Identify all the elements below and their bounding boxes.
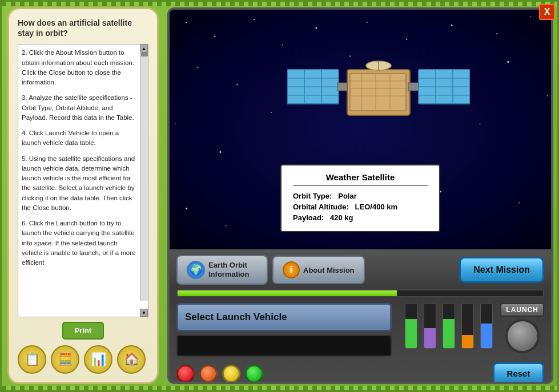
- green-button[interactable]: [245, 365, 263, 383]
- left-panel: How does an artificial satellite stay in…: [7, 7, 159, 384]
- svg-point-1: [214, 35, 216, 37]
- slider-fill-5: [481, 324, 492, 348]
- payload-row: Payload: 420 kg: [293, 213, 428, 222]
- payload-value: 420 kg: [330, 213, 353, 222]
- instruction-6: 6. Click the Launch button to try to lau…: [22, 219, 136, 268]
- svg-point-8: [496, 33, 497, 34]
- scrollbar-track: [140, 45, 148, 301]
- close-icon: X: [544, 7, 550, 17]
- launch-label: LAUNCH: [500, 303, 544, 317]
- scroll-up-button[interactable]: ▲: [140, 45, 148, 52]
- slider-columns: [403, 303, 494, 349]
- svg-point-3: [282, 45, 283, 46]
- yellow-button[interactable]: [222, 365, 240, 383]
- instructions-text: 2. Click the About Mission button to obt…: [22, 48, 144, 268]
- slider-col-1: [403, 303, 419, 349]
- orbital-altitude-value: LEO/400 km: [355, 203, 397, 211]
- slider-track-5: [480, 303, 493, 349]
- slider-fill-1: [405, 319, 417, 348]
- slider-col-4: [460, 303, 476, 349]
- orbit-type-label: Orbit Type:: [293, 192, 332, 200]
- slider-fill-3: [443, 319, 455, 348]
- orbital-altitude-label: Orbital Altitude:: [293, 203, 349, 211]
- launch-area: Select Launch Vehicle: [170, 301, 551, 359]
- svg-point-5: [367, 22, 368, 23]
- slider-track-2: [424, 303, 436, 349]
- svg-point-21: [186, 208, 187, 209]
- svg-point-9: [530, 16, 531, 17]
- svg-point-15: [547, 95, 548, 96]
- slider-fill-2: [424, 328, 436, 348]
- earth-orbit-button[interactable]: 🌍 Earth Orbit Information: [176, 255, 268, 285]
- svg-point-10: [197, 67, 198, 68]
- print-button[interactable]: Print: [62, 322, 104, 340]
- outer-frame: X How does an artificial satellite stay …: [0, 0, 559, 392]
- orange-button[interactable]: [199, 365, 218, 383]
- instruction-3: 3. Analyze the satellite specifications …: [22, 93, 136, 123]
- svg-point-20: [480, 123, 481, 124]
- reset-button[interactable]: Reset: [493, 362, 544, 384]
- launch-vehicle-section: Select Launch Vehicle: [176, 303, 392, 357]
- close-button[interactable]: X: [539, 4, 555, 20]
- svg-point-14: [507, 61, 509, 63]
- instruction-4: 4. Click Launch Vehicle to open a launch…: [22, 128, 136, 148]
- svg-point-25: [519, 202, 520, 203]
- earth-orbit-label: Earth Orbit Information: [208, 261, 250, 278]
- orbit-type-value: Polar: [338, 192, 357, 200]
- svg-point-4: [315, 27, 317, 29]
- launch-dial[interactable]: [505, 319, 540, 353]
- panel-title: How does an artificial satellite stay in…: [18, 18, 148, 38]
- slider-col-2: [422, 303, 438, 349]
- launch-vehicle-display: Select Launch Vehicle: [176, 303, 392, 332]
- instruction-2: 2. Click the About Mission button to obt…: [22, 48, 136, 87]
- satellite-info-box: Weather Satellite Orbit Type: Polar Orbi…: [280, 164, 440, 232]
- about-mission-label: About Mission: [303, 266, 355, 274]
- svg-point-18: [271, 112, 272, 113]
- svg-point-11: [236, 83, 238, 85]
- orbit-type-row: Orbit Type: Polar: [293, 192, 428, 200]
- progress-bar-background: [176, 289, 544, 297]
- top-buttons-row: 🌍 Earth Orbit Information i About Missio…: [170, 249, 551, 289]
- satellite-name: Weather Satellite: [293, 172, 428, 186]
- instructions-panel: 2. Click the About Mission button to obt…: [18, 44, 148, 317]
- slider-fill-4: [462, 335, 473, 348]
- home-icon[interactable]: 🏠: [117, 345, 146, 374]
- next-mission-label: Next Mission: [473, 264, 530, 275]
- control-panel: 🌍 Earth Orbit Information i About Missio…: [170, 249, 551, 384]
- satellite-container: [287, 38, 470, 143]
- slider-col-5: [478, 303, 494, 349]
- reset-btn-container: Reset: [493, 362, 544, 384]
- slider-track-1: [405, 303, 417, 349]
- svg-point-2: [254, 19, 255, 20]
- space-display: Weather Satellite Orbit Type: Polar Orbi…: [170, 10, 551, 249]
- notebook-icon[interactable]: 📋: [18, 345, 46, 374]
- bottom-icons-row: 📋 🧮 📊 🏠: [18, 340, 148, 374]
- launch-button-section: LAUNCH: [500, 303, 544, 353]
- svg-rect-34: [350, 74, 406, 111]
- about-mission-icon: i: [283, 261, 300, 278]
- slider-track-4: [461, 303, 474, 349]
- top-border-decoration: [2, 2, 557, 6]
- launch-vehicle-text: Select Launch Vehicle: [185, 312, 287, 323]
- calculator-icon[interactable]: 🧮: [51, 345, 79, 374]
- svg-point-16: [175, 123, 176, 124]
- colored-buttons-row: Reset: [170, 359, 551, 384]
- payload-label: Payload:: [293, 213, 324, 222]
- instruction-5: 5. Using the satellite specifications an…: [22, 154, 136, 213]
- satellite-svg: [287, 38, 470, 141]
- red-button[interactable]: [176, 365, 195, 383]
- next-mission-button[interactable]: Next Mission: [459, 257, 544, 282]
- slider-col-3: [441, 303, 457, 349]
- svg-point-0: [186, 22, 187, 23]
- abacus-icon[interactable]: 📊: [84, 345, 112, 374]
- bottom-border-decoration: [2, 386, 557, 390]
- scroll-down-button[interactable]: ▼: [140, 309, 148, 317]
- svg-point-22: [226, 225, 227, 226]
- earth-orbit-icon: 🌍: [187, 261, 205, 279]
- orbital-altitude-row: Orbital Altitude: LEO/400 km: [293, 203, 428, 211]
- about-mission-button[interactable]: i About Mission: [272, 256, 365, 284]
- slider-track-3: [443, 303, 455, 349]
- main-panel: Weather Satellite Orbit Type: Polar Orbi…: [167, 7, 553, 384]
- launch-vehicle-black-display: [176, 335, 392, 357]
- svg-point-7: [451, 25, 453, 26]
